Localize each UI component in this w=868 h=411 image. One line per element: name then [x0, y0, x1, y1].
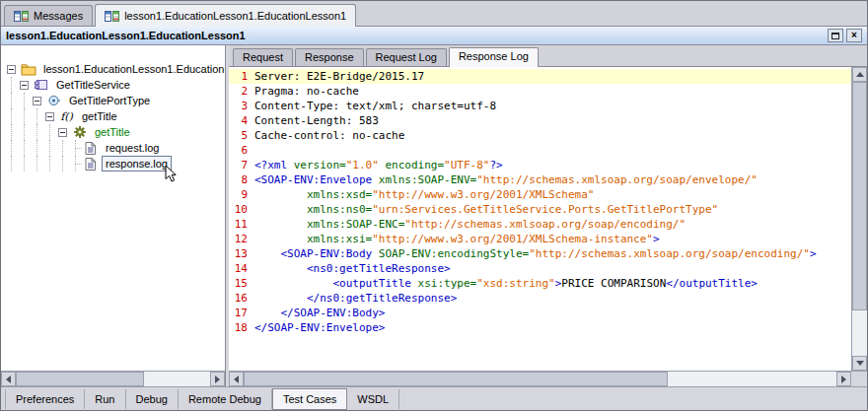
- tree-hscroll-track[interactable]: [144, 372, 210, 386]
- maximize-button[interactable]: [828, 29, 843, 42]
- code-line-1: 1Server: E2E-Bridge/2015.17: [229, 69, 851, 84]
- line-text: <SOAP-ENV:Body SOAP-ENV:encodingStyle="h…: [254, 246, 817, 261]
- line-text: </SOAP-ENV:Body>: [254, 306, 385, 320]
- tree-item-lesson1-educationlesson1-educationlesson1[interactable]: lesson1.EducationLesson1.EducationLesson…: [1, 61, 225, 77]
- tree-guide-line: [69, 140, 82, 156]
- editor-vscroll-track[interactable]: [852, 310, 867, 356]
- arrow-left-icon: [234, 376, 239, 383]
- code-line-15: 15 <outputTitle xsi:type="xsd:string">PR…: [229, 276, 851, 291]
- code-line-17: 17 </SOAP-ENV:Body>: [229, 306, 851, 320]
- main-content: lesson1.EducationLesson1.EducationLesson…: [1, 45, 867, 386]
- bottom-tab-preferences[interactable]: Preferences: [5, 389, 85, 409]
- scrollbar-corner: [851, 371, 867, 386]
- scroll-right-button[interactable]: [210, 372, 225, 386]
- line-number: 5: [229, 128, 254, 143]
- log-icon: [82, 158, 99, 171]
- tree-guide-line: [18, 124, 31, 140]
- code-line-5: 5Cache-control: no-cache: [229, 128, 851, 143]
- tab-request[interactable]: Request: [233, 48, 293, 66]
- bottom-tab-test-cases[interactable]: Test Cases: [272, 388, 347, 410]
- code-line-7: 7<?xml version="1.0" encoding="UTF-8"?>: [229, 158, 851, 172]
- tree-item-label: GetTitlePortType: [65, 93, 154, 108]
- arrow-left-icon: [6, 376, 11, 383]
- scroll-left-button[interactable]: [229, 372, 244, 386]
- bottom-tab-debug[interactable]: Debug: [126, 389, 179, 409]
- tree-item-response-log[interactable]: response.log: [1, 156, 225, 171]
- bottom-tab-wsdl[interactable]: WSDL: [347, 389, 399, 409]
- bottom-tab-run[interactable]: Run: [85, 389, 125, 409]
- tree-collapse-handle[interactable]: [20, 81, 29, 90]
- tree-guide-line: [43, 140, 56, 156]
- top-tab-label: Messages: [34, 10, 83, 22]
- code-line-18: 18</SOAP-ENV:Envelope>: [229, 320, 851, 335]
- porttype-icon: [45, 95, 62, 106]
- arrow-right-icon: [841, 376, 846, 383]
- line-number: 13: [229, 246, 254, 261]
- tree-guide-line: [43, 124, 56, 140]
- editor-hscroll-thumb[interactable]: [244, 372, 668, 386]
- editor-vertical-scrollbar[interactable]: [851, 67, 867, 371]
- code-line-6: 6: [229, 143, 851, 158]
- line-text: xmlns:ns0="urn:Services.GetTitleService.…: [254, 202, 718, 217]
- bottom-tab-remote-debug[interactable]: Remote Debug: [179, 389, 272, 409]
- internal-frame-titlebar[interactable]: lesson1.EducationLesson1.EducationLesson…: [1, 27, 867, 45]
- line-number: 6: [229, 143, 254, 158]
- tree-guide-line: [69, 156, 82, 171]
- code-line-13: 13 <SOAP-ENV:Body SOAP-ENV:encodingStyle…: [229, 246, 851, 261]
- line-text: Cache-control: no-cache: [254, 128, 404, 143]
- scroll-down-button[interactable]: [852, 356, 867, 371]
- tree-guide-line: [31, 140, 43, 156]
- tree-guide-line: [31, 156, 43, 171]
- log-viewer-panel: RequestResponseRequest LogResponse Log 1…: [229, 45, 867, 386]
- editor-horizontal-scrollbar[interactable]: [229, 371, 851, 386]
- editor-vscroll-thumb[interactable]: [852, 82, 867, 310]
- code-line-14: 14 <ns0:getTitleResponse>: [229, 261, 851, 276]
- top-tab-lesson1-educationlesson1-educationlesson1[interactable]: lesson1.EducationLesson1.EducationLesson…: [95, 4, 356, 27]
- line-number: 3: [229, 99, 254, 113]
- tree-item-gettitle[interactable]: f()getTitle: [1, 108, 225, 124]
- line-text: Pragma: no-cache: [254, 84, 359, 99]
- tree-collapse-handle[interactable]: [33, 97, 41, 105]
- line-text: <?xml version="1.0" encoding="UTF-8"?>: [254, 158, 503, 172]
- tree-guide-line: [5, 124, 18, 140]
- tree-collapse-handle[interactable]: [45, 112, 54, 121]
- line-text: <SOAP-ENV:Envelope xmlns:SOAP-ENV="http:…: [254, 172, 758, 187]
- tree-item-request-log[interactable]: request.log: [1, 140, 225, 156]
- line-text: xmlns:SOAP-ENC="http://schemas.xmlsoap.o…: [254, 217, 686, 232]
- top-tab-messages[interactable]: Messages: [4, 5, 93, 26]
- tab-response[interactable]: Response: [295, 48, 364, 66]
- scroll-left-button[interactable]: [1, 372, 16, 386]
- arrow-right-icon: [215, 376, 220, 383]
- code-line-4: 4Content-Length: 583: [229, 113, 851, 128]
- tab-request-log[interactable]: Request Log: [366, 48, 447, 66]
- line-number: 4: [229, 113, 254, 128]
- log-icon: [82, 142, 99, 155]
- tree-item-label: GetTitleService: [52, 77, 134, 93]
- tree-collapse-handle[interactable]: [7, 65, 16, 74]
- tree-collapse-handle[interactable]: [58, 128, 67, 137]
- tree-item-gettitleporttype[interactable]: GetTitlePortType: [1, 93, 225, 108]
- tree-guide-line: [18, 108, 31, 124]
- tree-horizontal-scrollbar[interactable]: [1, 371, 225, 386]
- response-log-content[interactable]: 1Server: E2E-Bridge/2015.172Pragma: no-c…: [229, 67, 851, 371]
- tree-item-label: getTitle: [78, 108, 121, 124]
- line-number: 16: [229, 291, 254, 306]
- arrow-up-icon: [856, 72, 864, 77]
- tree-guide-line: [18, 140, 31, 156]
- tree-hscroll-thumb[interactable]: [16, 372, 144, 386]
- tab-response-log[interactable]: Response Log: [449, 47, 539, 67]
- code-line-16: 16 </ns0:getTitleResponse>: [229, 291, 851, 306]
- line-number: 17: [229, 306, 254, 320]
- top-tab-label: lesson1.EducationLesson1.EducationLesson…: [124, 10, 346, 22]
- editor-hscroll-track[interactable]: [668, 372, 836, 386]
- scroll-up-button[interactable]: [852, 67, 867, 82]
- scroll-right-button[interactable]: [836, 372, 851, 386]
- tree-guide-line: [5, 93, 18, 108]
- tree-item-gettitle[interactable]: getTitle: [1, 124, 225, 140]
- bottom-tab-bar: PreferencesRunDebugRemote DebugTest Case…: [1, 386, 867, 410]
- titlebar-buttons: ×: [828, 29, 862, 42]
- tree-item-gettitleservice[interactable]: GetTitleService: [1, 77, 225, 93]
- tree-guide-line: [56, 156, 69, 171]
- test-case-tree[interactable]: lesson1.EducationLesson1.EducationLesson…: [1, 45, 225, 371]
- close-button[interactable]: ×: [846, 29, 862, 42]
